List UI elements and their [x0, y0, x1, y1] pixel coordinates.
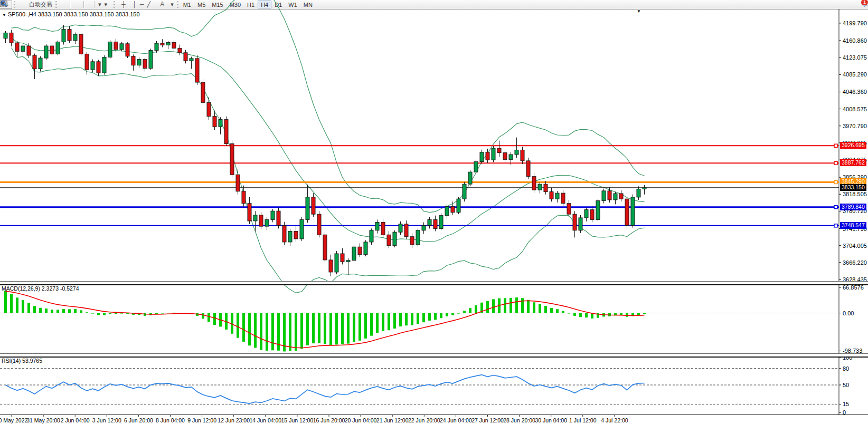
time-tick-label: 31 May 20:00 [26, 417, 60, 423]
expander-icon[interactable]: ▼ [2, 13, 6, 17]
price-tick-label: 4123.075 [843, 54, 867, 61]
time-tick-label: 2 Jun 04:00 [61, 417, 90, 423]
time-tick-label: 4 Jul 22:00 [601, 417, 628, 423]
price-tick-label: 3666.220 [843, 259, 867, 266]
time-tick-label: 6 Jun 20:00 [124, 417, 153, 423]
panel-divider[interactable] [0, 281, 868, 285]
last-bar-marker-icon: ▼ [637, 9, 641, 14]
chart-title: ▼ SP500-,H4 3833.150 3833.150 3833.150 3… [2, 11, 140, 17]
macd-tick-label: 0.00 [843, 310, 854, 316]
price-tick-label: 3818.505 [843, 191, 867, 197]
time-tick-label: 8 Jun 04:00 [156, 417, 185, 423]
time-tick-label: 3 Jun 12:00 [92, 417, 121, 423]
price-level-badge: 3887.762 [840, 159, 866, 166]
time-tick-label: 20 Jun 04:00 [345, 417, 377, 423]
rsi-tick-label: 15 [843, 401, 849, 407]
time-tick-label: 21 Jun 12:00 [376, 417, 409, 423]
rsi-tick-label: 0 [843, 409, 846, 416]
current-price-badge: 3833.150 [840, 184, 866, 191]
ohlc-values: 3833.150 3833.150 3833.150 3833.150 [38, 11, 140, 17]
rsi-tick-label: 80 [843, 365, 849, 372]
price-tick-label: 4008.575 [843, 106, 867, 112]
time-tick-label: 16 Jun 20:00 [313, 417, 345, 423]
main-chart[interactable] [0, 0, 868, 424]
price-level-badge: 3748.547 [840, 222, 866, 229]
time-tick-label: 14 Jun 04:00 [249, 417, 281, 423]
price-tick-label: 4199.790 [843, 20, 867, 26]
panel-divider[interactable] [0, 353, 868, 358]
time-tick-label: 30 Jun 04:00 [535, 417, 567, 423]
time-tick-label: 27 Jun 12:00 [471, 417, 504, 423]
price-level-badge: 3926.695 [840, 142, 866, 149]
time-tick-label: 12 Jun 23:00 [218, 417, 250, 423]
macd-indicator-label: MACD(12,26,9) 2.3273 -0.5274 [2, 285, 79, 292]
price-level-badge: 3789.840 [840, 204, 866, 210]
mt4-window: 订单 自动交易 [0, 0, 868, 424]
price-tick-label: 4160.860 [843, 37, 867, 44]
price-tick-label: 4085.290 [843, 71, 867, 78]
time-tick-label: 28 Jun 20:00 [503, 417, 535, 423]
time-tick-label: 9 Jun 12:00 [187, 417, 216, 423]
time-tick-label: 24 Jun 04:00 [440, 417, 472, 423]
rsi-indicator-label: RSI(14) 53.9765 [2, 358, 42, 364]
price-tick-label: 4046.360 [843, 89, 867, 95]
rsi-tick-label: 50 [843, 382, 849, 388]
price-tick-label: 3970.790 [843, 123, 867, 129]
price-tick-label: 3704.005 [843, 243, 867, 249]
time-tick-label: 30 May 2022 [0, 417, 27, 423]
time-tick-label: 15 Jun 12:00 [281, 417, 314, 423]
time-tick-label: 22 Jun 20:00 [408, 417, 440, 423]
time-axis-border [0, 415, 868, 415]
time-tick-label: 1 Jul 12:00 [569, 417, 596, 423]
symbol-timeframe: SP500-,H4 [8, 11, 36, 17]
